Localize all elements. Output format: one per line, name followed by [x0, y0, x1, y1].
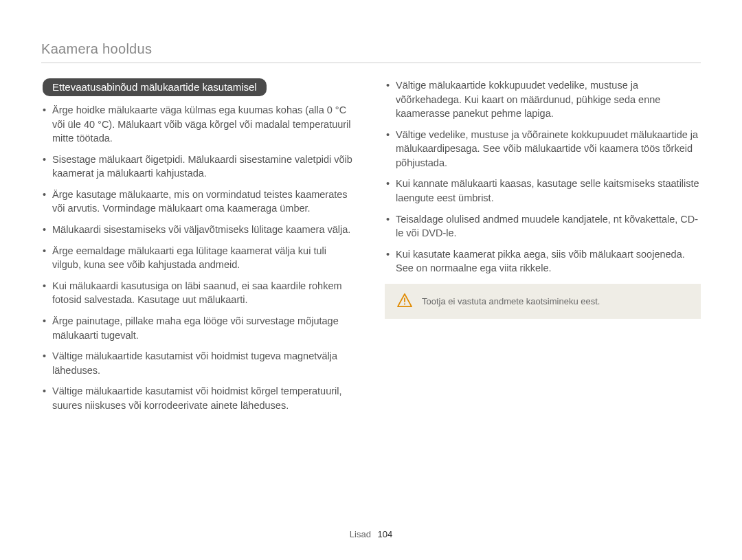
- section-heading: Ettevaatusabinõud mälukaartide kasutamis…: [43, 78, 267, 96]
- list-item: Ärge hoidke mälukaarte väga külmas ega k…: [41, 103, 357, 146]
- content-columns: Ettevaatusabinõud mälukaartide kasutamis…: [41, 78, 701, 522]
- list-item: Mälukaardi sisestamiseks või väljavõtmis…: [41, 223, 357, 237]
- svg-rect-0: [404, 298, 405, 302]
- right-list: Vältige mälukaartide kokkupuudet vedelik…: [385, 78, 701, 276]
- page-footer: Lisad 104: [41, 522, 701, 539]
- list-item: Ärge eemaldage mälukaarti ega lülitage k…: [41, 244, 357, 272]
- warning-text: Tootja ei vastuta andmete kaotsimineku e…: [422, 296, 600, 306]
- warning-note: Tootja ei vastuta andmete kaotsimineku e…: [385, 284, 701, 319]
- warning-icon: [397, 293, 412, 309]
- svg-rect-1: [404, 303, 405, 304]
- page-number: 104: [378, 529, 393, 539]
- manual-page: Kaamera hooldus Ettevaatusabinõud mäluka…: [0, 0, 742, 560]
- left-list: Ärge hoidke mälukaarte väga külmas ega k…: [41, 103, 357, 412]
- right-column: Vältige mälukaartide kokkupuudet vedelik…: [385, 78, 701, 522]
- list-item: Vältige vedelike, mustuse ja võõrainete …: [385, 128, 701, 170]
- list-item: Kui kannate mälukaarti kaasas, kasutage …: [385, 177, 701, 205]
- header-rule: [41, 63, 701, 63]
- footer-section: Lisad: [350, 529, 371, 539]
- list-item: Kui mälukaardi kasutusiga on läbi saanud…: [41, 279, 357, 307]
- list-item: Sisestage mälukaart õigetpidi. Mälukaard…: [41, 153, 357, 181]
- list-item: Kui kasutate kaamerat pikka aega, siis v…: [385, 247, 701, 276]
- list-item: Ärge kasutage mälukaarte, mis on vormind…: [41, 188, 357, 216]
- left-column: Ettevaatusabinõud mälukaartide kasutamis…: [41, 78, 357, 522]
- list-item: Vältige mälukaartide kasutamist või hoid…: [41, 384, 357, 412]
- list-item: Teisaldage olulised andmed muudele kandj…: [385, 212, 701, 240]
- list-item: Ärge painutage, pillake maha ega lööge v…: [41, 314, 357, 342]
- page-title: Kaamera hooldus: [41, 41, 701, 57]
- list-item: Vältige mälukaartide kokkupuudet vedelik…: [385, 78, 701, 121]
- list-item: Vältige mälukaartide kasutamist või hoid…: [41, 349, 357, 377]
